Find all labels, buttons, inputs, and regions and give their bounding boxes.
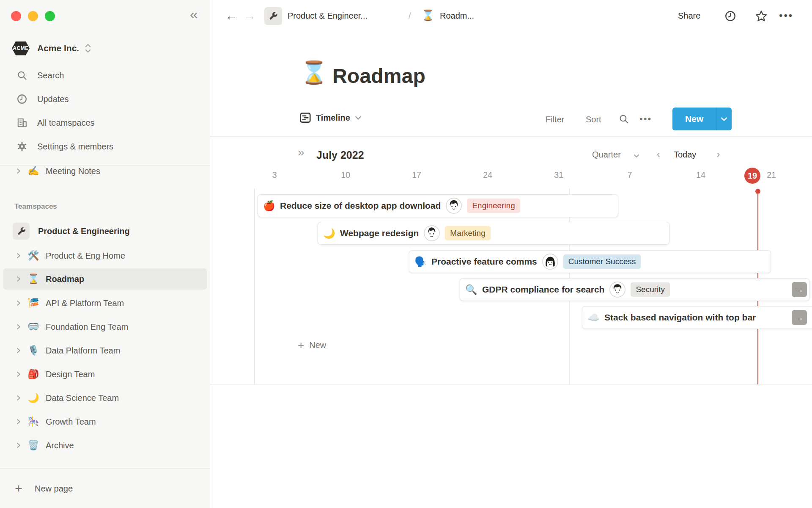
item-emoji: 🗣️ xyxy=(414,256,426,268)
zoom-window-button[interactable] xyxy=(45,11,55,21)
avatar xyxy=(609,282,625,298)
sidebar-item-design-team[interactable]: 🎒 Design Team xyxy=(0,364,210,385)
page-emoji: 🛠️ xyxy=(26,250,41,261)
sidebar-item-label: Search xyxy=(37,71,64,80)
timeline-item-stack-navigation[interactable]: ☁️ Stack based navigation with top bar xyxy=(582,306,812,329)
minimize-window-button[interactable] xyxy=(28,11,38,21)
sidebar-item-api-platform-team[interactable]: 🎏 API & Platform Team xyxy=(0,293,210,314)
workspace-switcher[interactable]: ACME Acme Inc. xyxy=(12,40,92,57)
month-gridline xyxy=(254,189,255,384)
page-history-icon[interactable] xyxy=(724,10,736,22)
date-label: 10 xyxy=(341,170,350,180)
sidebar-item-settings[interactable]: Settings & members xyxy=(0,136,210,157)
item-title: GDPR compliance for search xyxy=(482,284,604,295)
timeline-item-reduce-size[interactable]: 🍎 Reduce size of desktop app download En… xyxy=(258,194,618,217)
team-tag: Customer Success xyxy=(563,254,641,269)
page-title[interactable]: Roadmap xyxy=(332,64,425,88)
timeline-period-label[interactable]: July 2022 xyxy=(316,149,364,161)
sidebar-item-label: Roadmap xyxy=(46,274,84,284)
sidebar-collapse-icon[interactable]: « xyxy=(190,7,198,21)
chevron-down-icon xyxy=(354,114,362,121)
timeline-next-icon[interactable]: › xyxy=(717,149,720,160)
bar-continues-right-icon[interactable]: → xyxy=(792,310,807,325)
sidebar-item-foundation-eng-team[interactable]: 🥽 Foundation Eng Team xyxy=(0,316,210,337)
date-label: 7 xyxy=(627,170,632,180)
favorite-star-icon[interactable] xyxy=(755,10,768,22)
page-emoji: 🎏 xyxy=(26,298,41,309)
wrench-icon xyxy=(268,11,278,21)
sidebar-item-roadmap[interactable]: ⌛ Roadmap xyxy=(3,268,207,290)
bar-continues-right-icon[interactable]: → xyxy=(792,282,807,297)
breadcrumb-separator: / xyxy=(409,11,411,21)
avatar xyxy=(542,254,558,270)
close-window-button[interactable] xyxy=(11,11,21,21)
sidebar-item-product-eng-home[interactable]: 🛠️ Product & Eng Home xyxy=(0,245,210,266)
more-options-icon[interactable]: ••• xyxy=(779,10,793,22)
chevron-right-icon[interactable] xyxy=(15,323,22,330)
chevron-right-icon[interactable] xyxy=(15,347,22,354)
sidebar-item-data-science-team[interactable]: 🌙 Data Science Team xyxy=(0,387,210,409)
sidebar-item-data-platform-team[interactable]: 🎙️ Data Platform Team xyxy=(0,340,210,361)
timeline-new-item-button[interactable]: + New xyxy=(298,340,326,351)
timeline-view-icon xyxy=(299,111,312,124)
clock-icon xyxy=(16,94,28,105)
sidebar-item-product-engineering[interactable]: Product & Engineering xyxy=(0,221,210,242)
wrench-icon xyxy=(13,223,30,240)
item-title: Reduce size of desktop app download xyxy=(280,201,441,211)
sidebar-item-all-teamspaces[interactable]: All teamspaces xyxy=(0,112,210,133)
sidebar-item-growth-team[interactable]: 🎠 Growth Team xyxy=(0,411,210,432)
timeline-item-webpage-redesign[interactable]: 🌙 Webpage redesign Marketing xyxy=(318,222,669,245)
today-button[interactable]: Today xyxy=(674,150,696,160)
search-icon[interactable] xyxy=(618,113,629,124)
breadcrumb-teamspace[interactable]: Product & Engineer... xyxy=(288,11,368,21)
notion-window: « ACME Acme Inc. Search Updates All xyxy=(0,0,812,508)
chevron-down-icon xyxy=(633,152,640,159)
workspace-logo: ACME xyxy=(12,41,30,55)
view-more-options-icon[interactable]: ••• xyxy=(639,113,652,124)
view-tab-timeline[interactable]: Timeline xyxy=(299,111,362,124)
chevron-right-icon[interactable] xyxy=(15,371,22,378)
sidebar-item-label: Updates xyxy=(37,94,69,104)
history-forward-button[interactable]: → xyxy=(244,10,256,22)
chevron-right-icon[interactable] xyxy=(15,442,22,449)
new-button-label[interactable]: New xyxy=(672,108,716,130)
item-title: Stack based navigation with top bar xyxy=(604,312,756,323)
timeline-item-gdpr-compliance[interactable]: 🔍 GDPR compliance for search Security xyxy=(460,278,809,301)
sidebar-item-archive[interactable]: 🗑️ Archive xyxy=(0,435,210,456)
main-content: ← → Product & Engineer... / ⌛ Roadm... S… xyxy=(210,0,812,508)
filter-button[interactable]: Filter xyxy=(546,115,564,124)
page-emoji: ⌛ xyxy=(26,273,41,284)
item-emoji: 🍎 xyxy=(263,200,275,212)
team-tag: Marketing xyxy=(445,226,490,240)
chevron-right-icon[interactable] xyxy=(15,395,22,401)
chevron-right-icon[interactable] xyxy=(15,252,22,259)
chevron-down-icon[interactable] xyxy=(716,108,732,130)
breadcrumb-teamspace-icon[interactable] xyxy=(264,7,282,25)
sidebar-item-label: Foundation Eng Team xyxy=(46,322,128,332)
date-label: 17 xyxy=(412,170,421,180)
breadcrumb-page[interactable]: Roadm... xyxy=(440,11,474,21)
chevron-right-icon[interactable] xyxy=(15,276,22,282)
sort-button[interactable]: Sort xyxy=(586,115,601,124)
page-title-emoji[interactable]: ⌛ xyxy=(300,61,328,83)
sidebar-item-updates[interactable]: Updates xyxy=(0,88,210,110)
timeline-expand-icon[interactable]: » xyxy=(298,146,304,158)
date-label: 21 xyxy=(767,170,776,180)
chevron-right-icon[interactable] xyxy=(15,418,22,425)
page-emoji: 🗑️ xyxy=(26,440,41,451)
team-tag: Engineering xyxy=(467,199,520,213)
item-emoji: 🌙 xyxy=(323,228,335,239)
chevron-right-icon[interactable] xyxy=(15,168,22,174)
timeline-prev-icon[interactable]: ‹ xyxy=(657,149,660,160)
sidebar-item-label: Settings & members xyxy=(37,142,113,152)
sidebar-item-meeting-notes[interactable]: ✍️ Meeting Notes xyxy=(0,160,210,182)
timeline-item-proactive-feature-comms[interactable]: 🗣️ Proactive feature comms Customer Succ… xyxy=(409,250,771,273)
share-button[interactable]: Share xyxy=(678,11,700,21)
history-back-button[interactable]: ← xyxy=(225,10,237,22)
sidebar-item-label: Meeting Notes xyxy=(46,166,100,176)
chevron-right-icon[interactable] xyxy=(15,300,22,306)
sidebar-item-search[interactable]: Search xyxy=(0,65,210,86)
new-page-button[interactable]: + New page xyxy=(0,478,210,499)
timeline-zoom-select[interactable]: Quarter xyxy=(592,150,621,160)
new-button[interactable]: New xyxy=(672,108,732,130)
